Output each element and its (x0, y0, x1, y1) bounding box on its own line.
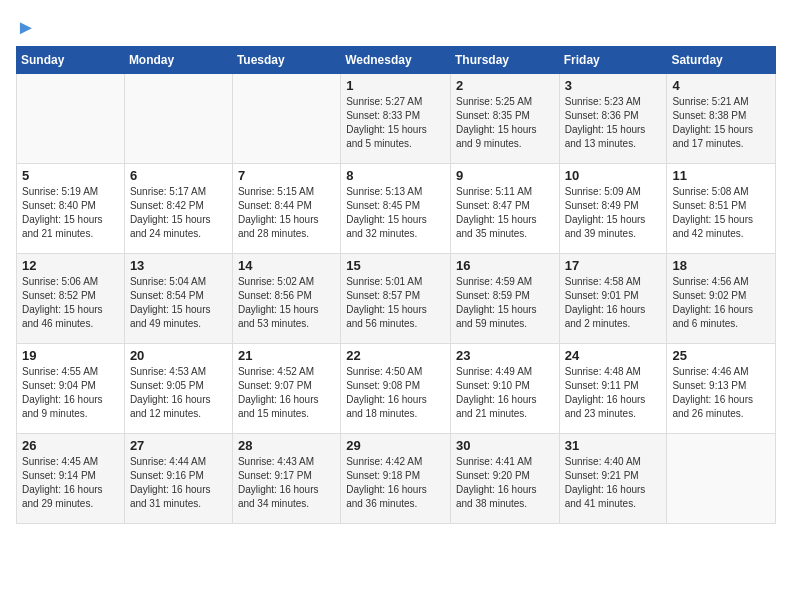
day-number: 27 (130, 438, 227, 453)
weekday-header: Friday (559, 47, 667, 74)
day-info: Sunrise: 5:02 AMSunset: 8:56 PMDaylight:… (238, 275, 335, 331)
logo-bird-icon: ► (16, 16, 36, 38)
day-number: 12 (22, 258, 119, 273)
day-number: 10 (565, 168, 662, 183)
calendar-cell: 26Sunrise: 4:45 AMSunset: 9:14 PMDayligh… (17, 434, 125, 524)
calendar-cell: 10Sunrise: 5:09 AMSunset: 8:49 PMDayligh… (559, 164, 667, 254)
day-info: Sunrise: 5:19 AMSunset: 8:40 PMDaylight:… (22, 185, 119, 241)
calendar-cell: 5Sunrise: 5:19 AMSunset: 8:40 PMDaylight… (17, 164, 125, 254)
calendar-cell (232, 74, 340, 164)
day-info: Sunrise: 5:15 AMSunset: 8:44 PMDaylight:… (238, 185, 335, 241)
day-number: 22 (346, 348, 445, 363)
day-number: 28 (238, 438, 335, 453)
day-number: 11 (672, 168, 770, 183)
weekday-header: Saturday (667, 47, 776, 74)
day-number: 17 (565, 258, 662, 273)
day-info: Sunrise: 4:50 AMSunset: 9:08 PMDaylight:… (346, 365, 445, 421)
calendar-cell: 3Sunrise: 5:23 AMSunset: 8:36 PMDaylight… (559, 74, 667, 164)
day-info: Sunrise: 4:45 AMSunset: 9:14 PMDaylight:… (22, 455, 119, 511)
calendar-header-row: SundayMondayTuesdayWednesdayThursdayFrid… (17, 47, 776, 74)
day-info: Sunrise: 5:23 AMSunset: 8:36 PMDaylight:… (565, 95, 662, 151)
day-info: Sunrise: 5:04 AMSunset: 8:54 PMDaylight:… (130, 275, 227, 331)
calendar-table: SundayMondayTuesdayWednesdayThursdayFrid… (16, 46, 776, 524)
day-number: 19 (22, 348, 119, 363)
calendar-cell: 31Sunrise: 4:40 AMSunset: 9:21 PMDayligh… (559, 434, 667, 524)
day-number: 14 (238, 258, 335, 273)
weekday-header: Thursday (450, 47, 559, 74)
day-number: 5 (22, 168, 119, 183)
calendar-cell: 7Sunrise: 5:15 AMSunset: 8:44 PMDaylight… (232, 164, 340, 254)
calendar-cell (17, 74, 125, 164)
day-number: 21 (238, 348, 335, 363)
calendar-cell (667, 434, 776, 524)
calendar-cell: 23Sunrise: 4:49 AMSunset: 9:10 PMDayligh… (450, 344, 559, 434)
day-number: 26 (22, 438, 119, 453)
weekday-header: Monday (124, 47, 232, 74)
calendar-cell: 11Sunrise: 5:08 AMSunset: 8:51 PMDayligh… (667, 164, 776, 254)
day-info: Sunrise: 4:42 AMSunset: 9:18 PMDaylight:… (346, 455, 445, 511)
calendar-cell: 17Sunrise: 4:58 AMSunset: 9:01 PMDayligh… (559, 254, 667, 344)
calendar-cell: 14Sunrise: 5:02 AMSunset: 8:56 PMDayligh… (232, 254, 340, 344)
day-info: Sunrise: 5:25 AMSunset: 8:35 PMDaylight:… (456, 95, 554, 151)
calendar-cell: 2Sunrise: 5:25 AMSunset: 8:35 PMDaylight… (450, 74, 559, 164)
day-info: Sunrise: 4:49 AMSunset: 9:10 PMDaylight:… (456, 365, 554, 421)
weekday-header: Tuesday (232, 47, 340, 74)
day-info: Sunrise: 4:56 AMSunset: 9:02 PMDaylight:… (672, 275, 770, 331)
day-number: 6 (130, 168, 227, 183)
logo-text: ► (16, 16, 36, 38)
calendar-cell: 19Sunrise: 4:55 AMSunset: 9:04 PMDayligh… (17, 344, 125, 434)
calendar-cell: 21Sunrise: 4:52 AMSunset: 9:07 PMDayligh… (232, 344, 340, 434)
day-info: Sunrise: 4:46 AMSunset: 9:13 PMDaylight:… (672, 365, 770, 421)
day-info: Sunrise: 5:21 AMSunset: 8:38 PMDaylight:… (672, 95, 770, 151)
day-number: 2 (456, 78, 554, 93)
day-info: Sunrise: 5:11 AMSunset: 8:47 PMDaylight:… (456, 185, 554, 241)
header: ► (16, 16, 776, 36)
day-number: 23 (456, 348, 554, 363)
calendar-cell (124, 74, 232, 164)
calendar-week-row: 19Sunrise: 4:55 AMSunset: 9:04 PMDayligh… (17, 344, 776, 434)
day-number: 9 (456, 168, 554, 183)
day-number: 13 (130, 258, 227, 273)
day-number: 25 (672, 348, 770, 363)
calendar-cell: 15Sunrise: 5:01 AMSunset: 8:57 PMDayligh… (341, 254, 451, 344)
day-info: Sunrise: 4:43 AMSunset: 9:17 PMDaylight:… (238, 455, 335, 511)
day-info: Sunrise: 5:17 AMSunset: 8:42 PMDaylight:… (130, 185, 227, 241)
day-number: 29 (346, 438, 445, 453)
day-info: Sunrise: 5:01 AMSunset: 8:57 PMDaylight:… (346, 275, 445, 331)
day-info: Sunrise: 5:09 AMSunset: 8:49 PMDaylight:… (565, 185, 662, 241)
day-number: 18 (672, 258, 770, 273)
weekday-header: Wednesday (341, 47, 451, 74)
weekday-header: Sunday (17, 47, 125, 74)
day-number: 1 (346, 78, 445, 93)
day-info: Sunrise: 4:59 AMSunset: 8:59 PMDaylight:… (456, 275, 554, 331)
calendar-cell: 29Sunrise: 4:42 AMSunset: 9:18 PMDayligh… (341, 434, 451, 524)
day-number: 4 (672, 78, 770, 93)
calendar-cell: 4Sunrise: 5:21 AMSunset: 8:38 PMDaylight… (667, 74, 776, 164)
calendar-cell: 12Sunrise: 5:06 AMSunset: 8:52 PMDayligh… (17, 254, 125, 344)
calendar-cell: 18Sunrise: 4:56 AMSunset: 9:02 PMDayligh… (667, 254, 776, 344)
day-info: Sunrise: 4:40 AMSunset: 9:21 PMDaylight:… (565, 455, 662, 511)
day-info: Sunrise: 5:06 AMSunset: 8:52 PMDaylight:… (22, 275, 119, 331)
day-number: 8 (346, 168, 445, 183)
calendar-cell: 30Sunrise: 4:41 AMSunset: 9:20 PMDayligh… (450, 434, 559, 524)
calendar-week-row: 1Sunrise: 5:27 AMSunset: 8:33 PMDaylight… (17, 74, 776, 164)
calendar-cell: 28Sunrise: 4:43 AMSunset: 9:17 PMDayligh… (232, 434, 340, 524)
day-info: Sunrise: 4:41 AMSunset: 9:20 PMDaylight:… (456, 455, 554, 511)
calendar-cell: 8Sunrise: 5:13 AMSunset: 8:45 PMDaylight… (341, 164, 451, 254)
day-info: Sunrise: 5:27 AMSunset: 8:33 PMDaylight:… (346, 95, 445, 151)
day-number: 15 (346, 258, 445, 273)
logo: ► (16, 16, 36, 36)
calendar-cell: 16Sunrise: 4:59 AMSunset: 8:59 PMDayligh… (450, 254, 559, 344)
calendar-body: 1Sunrise: 5:27 AMSunset: 8:33 PMDaylight… (17, 74, 776, 524)
calendar-cell: 24Sunrise: 4:48 AMSunset: 9:11 PMDayligh… (559, 344, 667, 434)
calendar-week-row: 26Sunrise: 4:45 AMSunset: 9:14 PMDayligh… (17, 434, 776, 524)
day-info: Sunrise: 4:55 AMSunset: 9:04 PMDaylight:… (22, 365, 119, 421)
day-info: Sunrise: 4:58 AMSunset: 9:01 PMDaylight:… (565, 275, 662, 331)
calendar-week-row: 5Sunrise: 5:19 AMSunset: 8:40 PMDaylight… (17, 164, 776, 254)
calendar-cell: 22Sunrise: 4:50 AMSunset: 9:08 PMDayligh… (341, 344, 451, 434)
day-info: Sunrise: 4:48 AMSunset: 9:11 PMDaylight:… (565, 365, 662, 421)
calendar-cell: 25Sunrise: 4:46 AMSunset: 9:13 PMDayligh… (667, 344, 776, 434)
calendar-cell: 9Sunrise: 5:11 AMSunset: 8:47 PMDaylight… (450, 164, 559, 254)
day-number: 30 (456, 438, 554, 453)
day-number: 3 (565, 78, 662, 93)
